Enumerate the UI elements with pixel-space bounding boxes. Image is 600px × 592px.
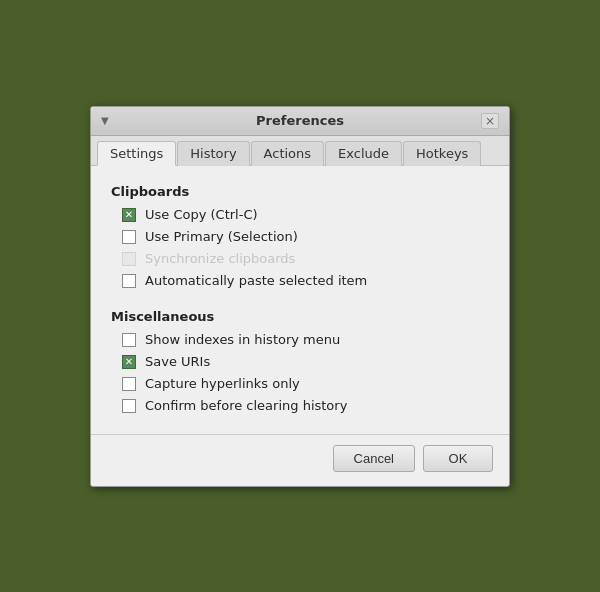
sync-clipboards-item: Synchronize clipboards	[111, 251, 489, 267]
tab-settings[interactable]: Settings	[97, 141, 176, 166]
clipboards-section-title: Clipboards	[111, 184, 489, 199]
sync-clipboards-checkbox-wrapper	[121, 251, 137, 267]
ok-button[interactable]: OK	[423, 445, 493, 472]
capture-hyperlinks-label: Capture hyperlinks only	[145, 376, 300, 391]
preferences-dialog: ▼ Preferences × Settings History Actions…	[90, 106, 510, 487]
confirm-clear-checkbox-wrapper	[121, 398, 137, 414]
use-copy-checkbox-wrapper	[121, 207, 137, 223]
tab-actions[interactable]: Actions	[251, 141, 325, 166]
show-indexes-label: Show indexes in history menu	[145, 332, 340, 347]
use-primary-checkbox-wrapper	[121, 229, 137, 245]
show-indexes-checkbox[interactable]	[122, 333, 136, 347]
cancel-button[interactable]: Cancel	[333, 445, 415, 472]
use-copy-item: Use Copy (Ctrl-C)	[111, 207, 489, 223]
title-bar: ▼ Preferences ×	[91, 107, 509, 136]
save-uris-item: Save URIs	[111, 354, 489, 370]
tab-bar: Settings History Actions Exclude Hotkeys	[91, 136, 509, 166]
tab-history[interactable]: History	[177, 141, 249, 166]
use-primary-checkbox[interactable]	[122, 230, 136, 244]
capture-hyperlinks-item: Capture hyperlinks only	[111, 376, 489, 392]
auto-paste-item: Automatically paste selected item	[111, 273, 489, 289]
use-copy-label: Use Copy (Ctrl-C)	[145, 207, 258, 222]
dialog-title: Preferences	[256, 113, 344, 128]
show-indexes-checkbox-wrapper	[121, 332, 137, 348]
sync-clipboards-checkbox	[122, 252, 136, 266]
show-indexes-item: Show indexes in history menu	[111, 332, 489, 348]
save-uris-checkbox[interactable]	[122, 355, 136, 369]
tab-exclude[interactable]: Exclude	[325, 141, 402, 166]
menu-arrow[interactable]: ▼	[101, 115, 109, 126]
miscellaneous-section-title: Miscellaneous	[111, 309, 489, 324]
auto-paste-label: Automatically paste selected item	[145, 273, 367, 288]
capture-hyperlinks-checkbox[interactable]	[122, 377, 136, 391]
use-copy-checkbox[interactable]	[122, 208, 136, 222]
sync-clipboards-label: Synchronize clipboards	[145, 251, 295, 266]
auto-paste-checkbox-wrapper	[121, 273, 137, 289]
capture-hyperlinks-checkbox-wrapper	[121, 376, 137, 392]
use-primary-item: Use Primary (Selection)	[111, 229, 489, 245]
button-bar: Cancel OK	[91, 434, 509, 486]
confirm-clear-item: Confirm before clearing history	[111, 398, 489, 414]
confirm-clear-checkbox[interactable]	[122, 399, 136, 413]
save-uris-checkbox-wrapper	[121, 354, 137, 370]
close-button[interactable]: ×	[481, 113, 499, 129]
settings-content: Clipboards Use Copy (Ctrl-C) Use Primary…	[91, 166, 509, 434]
confirm-clear-label: Confirm before clearing history	[145, 398, 347, 413]
use-primary-label: Use Primary (Selection)	[145, 229, 298, 244]
auto-paste-checkbox[interactable]	[122, 274, 136, 288]
tab-hotkeys[interactable]: Hotkeys	[403, 141, 481, 166]
save-uris-label: Save URIs	[145, 354, 210, 369]
